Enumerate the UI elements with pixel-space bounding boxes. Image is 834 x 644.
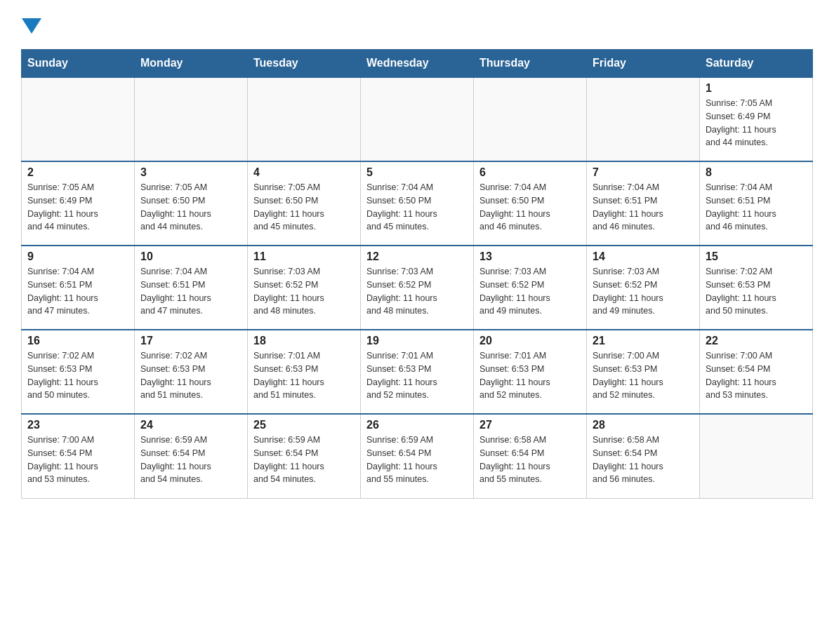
day-number: 23 xyxy=(27,419,128,431)
day-number: 27 xyxy=(479,419,581,431)
day-number: 5 xyxy=(366,166,468,179)
day-info: Sunrise: 7:01 AMSunset: 6:53 PMDaylight:… xyxy=(366,349,468,402)
svg-marker-0 xyxy=(22,18,41,34)
day-info: Sunrise: 6:59 AMSunset: 6:54 PMDaylight:… xyxy=(140,434,241,486)
day-info: Sunrise: 6:58 AMSunset: 6:54 PMDaylight:… xyxy=(593,434,694,486)
calendar-cell: 12Sunrise: 7:03 AMSunset: 6:52 PMDayligh… xyxy=(361,246,474,330)
day-number: 25 xyxy=(253,419,355,431)
day-info: Sunrise: 7:04 AMSunset: 6:51 PMDaylight:… xyxy=(140,265,241,318)
day-number: 14 xyxy=(593,250,694,263)
calendar-cell: 20Sunrise: 7:01 AMSunset: 6:53 PMDayligh… xyxy=(474,330,587,414)
calendar-cell: 8Sunrise: 7:04 AMSunset: 6:51 PMDaylight… xyxy=(700,161,813,246)
calendar-cell xyxy=(22,77,135,161)
day-info: Sunrise: 7:03 AMSunset: 6:52 PMDaylight:… xyxy=(479,265,581,318)
day-info: Sunrise: 6:58 AMSunset: 6:54 PMDaylight:… xyxy=(479,434,581,486)
day-info: Sunrise: 7:02 AMSunset: 6:53 PMDaylight:… xyxy=(140,349,241,402)
logo xyxy=(21,14,41,35)
calendar-header-row: SundayMondayTuesdayWednesdayThursdayFrid… xyxy=(22,50,813,78)
day-number: 6 xyxy=(479,166,581,179)
day-number: 22 xyxy=(706,335,807,347)
day-number: 19 xyxy=(366,335,468,347)
calendar-cell: 15Sunrise: 7:02 AMSunset: 6:53 PMDayligh… xyxy=(700,246,813,330)
calendar-cell: 6Sunrise: 7:04 AMSunset: 6:50 PMDaylight… xyxy=(474,161,587,246)
day-info: Sunrise: 6:59 AMSunset: 6:54 PMDaylight:… xyxy=(366,434,468,486)
calendar-cell xyxy=(700,414,813,498)
calendar-cell: 24Sunrise: 6:59 AMSunset: 6:54 PMDayligh… xyxy=(135,414,248,498)
calendar-cell xyxy=(248,77,361,161)
calendar-cell: 1Sunrise: 7:05 AMSunset: 6:49 PMDaylight… xyxy=(700,77,813,161)
day-header-sunday: Sunday xyxy=(22,50,135,78)
day-header-friday: Friday xyxy=(587,50,700,78)
day-info: Sunrise: 7:04 AMSunset: 6:50 PMDaylight:… xyxy=(366,181,468,234)
day-number: 21 xyxy=(593,335,694,347)
calendar-cell: 11Sunrise: 7:03 AMSunset: 6:52 PMDayligh… xyxy=(248,246,361,330)
calendar-cell: 17Sunrise: 7:02 AMSunset: 6:53 PMDayligh… xyxy=(135,330,248,414)
calendar-cell: 14Sunrise: 7:03 AMSunset: 6:52 PMDayligh… xyxy=(587,246,700,330)
day-header-saturday: Saturday xyxy=(700,50,813,78)
day-number: 18 xyxy=(253,335,355,347)
day-number: 24 xyxy=(140,419,241,431)
day-number: 26 xyxy=(366,419,468,431)
calendar-cell: 23Sunrise: 7:00 AMSunset: 6:54 PMDayligh… xyxy=(22,414,135,498)
calendar-cell: 2Sunrise: 7:05 AMSunset: 6:49 PMDaylight… xyxy=(22,161,135,246)
calendar-cell: 13Sunrise: 7:03 AMSunset: 6:52 PMDayligh… xyxy=(474,246,587,330)
day-info: Sunrise: 7:03 AMSunset: 6:52 PMDaylight:… xyxy=(366,265,468,318)
day-number: 4 xyxy=(253,166,355,179)
calendar-cell: 25Sunrise: 6:59 AMSunset: 6:54 PMDayligh… xyxy=(248,414,361,498)
day-info: Sunrise: 7:02 AMSunset: 6:53 PMDaylight:… xyxy=(706,265,807,318)
day-header-thursday: Thursday xyxy=(474,50,587,78)
day-info: Sunrise: 7:03 AMSunset: 6:52 PMDaylight:… xyxy=(593,265,694,318)
day-info: Sunrise: 7:05 AMSunset: 6:49 PMDaylight:… xyxy=(706,97,807,149)
calendar-cell xyxy=(474,77,587,161)
calendar-table: SundayMondayTuesdayWednesdayThursdayFrid… xyxy=(21,49,813,499)
calendar-cell: 7Sunrise: 7:04 AMSunset: 6:51 PMDaylight… xyxy=(587,161,700,246)
day-info: Sunrise: 7:00 AMSunset: 6:53 PMDaylight:… xyxy=(593,349,694,402)
calendar-cell: 4Sunrise: 7:05 AMSunset: 6:50 PMDaylight… xyxy=(248,161,361,246)
day-header-tuesday: Tuesday xyxy=(248,50,361,78)
day-number: 15 xyxy=(706,250,807,263)
calendar-cell xyxy=(587,77,700,161)
day-info: Sunrise: 7:05 AMSunset: 6:50 PMDaylight:… xyxy=(140,181,241,234)
day-info: Sunrise: 7:03 AMSunset: 6:52 PMDaylight:… xyxy=(253,265,355,318)
day-number: 3 xyxy=(140,166,241,179)
day-info: Sunrise: 7:04 AMSunset: 6:51 PMDaylight:… xyxy=(706,181,807,234)
day-number: 28 xyxy=(593,419,694,431)
logo-triangle-icon xyxy=(22,15,41,35)
day-info: Sunrise: 7:05 AMSunset: 6:50 PMDaylight:… xyxy=(253,181,355,234)
calendar-cell: 22Sunrise: 7:00 AMSunset: 6:54 PMDayligh… xyxy=(700,330,813,414)
day-number: 1 xyxy=(706,82,807,95)
day-info: Sunrise: 7:01 AMSunset: 6:53 PMDaylight:… xyxy=(253,349,355,402)
page-header xyxy=(21,14,813,35)
calendar-week-row: 16Sunrise: 7:02 AMSunset: 6:53 PMDayligh… xyxy=(22,330,813,414)
calendar-week-row: 1Sunrise: 7:05 AMSunset: 6:49 PMDaylight… xyxy=(22,77,813,161)
day-number: 8 xyxy=(706,166,807,179)
day-number: 13 xyxy=(479,250,581,263)
calendar-cell xyxy=(135,77,248,161)
day-info: Sunrise: 7:00 AMSunset: 6:54 PMDaylight:… xyxy=(706,349,807,402)
calendar-cell: 16Sunrise: 7:02 AMSunset: 6:53 PMDayligh… xyxy=(22,330,135,414)
day-info: Sunrise: 7:05 AMSunset: 6:49 PMDaylight:… xyxy=(27,181,128,234)
day-info: Sunrise: 7:00 AMSunset: 6:54 PMDaylight:… xyxy=(27,434,128,486)
day-info: Sunrise: 7:04 AMSunset: 6:50 PMDaylight:… xyxy=(479,181,581,234)
calendar-cell: 28Sunrise: 6:58 AMSunset: 6:54 PMDayligh… xyxy=(587,414,700,498)
day-header-monday: Monday xyxy=(135,50,248,78)
calendar-cell: 9Sunrise: 7:04 AMSunset: 6:51 PMDaylight… xyxy=(22,246,135,330)
day-info: Sunrise: 7:01 AMSunset: 6:53 PMDaylight:… xyxy=(479,349,581,402)
calendar-week-row: 2Sunrise: 7:05 AMSunset: 6:49 PMDaylight… xyxy=(22,161,813,246)
calendar-cell: 21Sunrise: 7:00 AMSunset: 6:53 PMDayligh… xyxy=(587,330,700,414)
day-number: 17 xyxy=(140,335,241,347)
day-info: Sunrise: 7:04 AMSunset: 6:51 PMDaylight:… xyxy=(27,265,128,318)
day-number: 16 xyxy=(27,335,128,347)
day-number: 2 xyxy=(27,166,128,179)
day-number: 11 xyxy=(253,250,355,263)
calendar-cell: 19Sunrise: 7:01 AMSunset: 6:53 PMDayligh… xyxy=(361,330,474,414)
day-number: 7 xyxy=(593,166,694,179)
calendar-cell: 3Sunrise: 7:05 AMSunset: 6:50 PMDaylight… xyxy=(135,161,248,246)
calendar-week-row: 9Sunrise: 7:04 AMSunset: 6:51 PMDaylight… xyxy=(22,246,813,330)
day-number: 9 xyxy=(27,250,128,263)
calendar-cell: 26Sunrise: 6:59 AMSunset: 6:54 PMDayligh… xyxy=(361,414,474,498)
calendar-cell: 27Sunrise: 6:58 AMSunset: 6:54 PMDayligh… xyxy=(474,414,587,498)
day-info: Sunrise: 6:59 AMSunset: 6:54 PMDaylight:… xyxy=(253,434,355,486)
calendar-week-row: 23Sunrise: 7:00 AMSunset: 6:54 PMDayligh… xyxy=(22,414,813,498)
calendar-cell xyxy=(361,77,474,161)
